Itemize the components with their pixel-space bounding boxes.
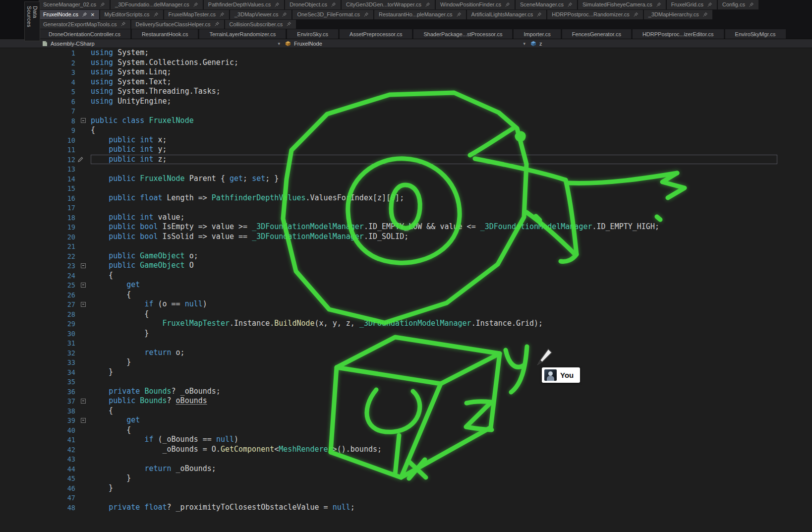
code-line[interactable]: 7 (0, 106, 812, 116)
editor-tab[interactable]: FencesGenerator.cs (562, 29, 632, 39)
code-line[interactable]: 14 public FruxelNode Parent { get; set; … (0, 174, 812, 184)
pin-icon[interactable] (100, 2, 105, 7)
line-number[interactable]: 9 (0, 125, 75, 135)
pin-icon[interactable] (633, 12, 638, 17)
code-line[interactable]: 35 (0, 377, 812, 387)
line-number[interactable]: 26 (0, 290, 75, 300)
pin-icon[interactable] (193, 2, 198, 7)
pin-icon[interactable] (656, 2, 661, 7)
line-number[interactable]: 40 (0, 425, 75, 435)
code-line[interactable]: 4using System.Text; (0, 77, 812, 87)
code-line[interactable]: 18 public int value; (0, 213, 812, 223)
chevron-down-icon[interactable]: ▾ (278, 41, 280, 46)
code-line[interactable]: 6using UnityEngine; (0, 97, 812, 107)
code-line[interactable]: 34 } (0, 367, 812, 377)
editor-tab[interactable]: FruxelGrid.cs (667, 0, 717, 9)
code-line[interactable]: 10 public int x; (0, 135, 812, 145)
editor-tab[interactable]: FruxelMapTester.cs (164, 10, 229, 19)
line-number[interactable]: 43 (0, 454, 75, 464)
line-number[interactable]: 31 (0, 338, 75, 348)
code-line[interactable]: 8public class FruxelNode (0, 116, 812, 126)
line-number[interactable]: 1 (0, 48, 75, 58)
code-line[interactable]: 47 (0, 493, 812, 503)
code-line[interactable]: 41 if (_oBounds == null) (0, 435, 812, 445)
pin-icon[interactable] (707, 2, 712, 7)
editor-tab[interactable]: RestaurantHo...pleManager.cs (374, 10, 466, 19)
code-line[interactable]: 5using System.Threading.Tasks; (0, 87, 812, 97)
line-number[interactable]: 22 (0, 251, 75, 261)
code-line[interactable]: 33 } (0, 357, 812, 367)
editor-tab[interactable]: RestaurantHook.cs (132, 29, 199, 39)
line-number[interactable]: 38 (0, 406, 75, 416)
pin-icon[interactable] (286, 21, 291, 27)
code-line[interactable]: 37 public Bounds? oBounds (0, 396, 812, 406)
line-number[interactable]: 16 (0, 193, 75, 203)
editor-tab[interactable]: SceneManager.cs (516, 0, 577, 9)
fold-marker-icon[interactable] (81, 118, 86, 123)
line-number[interactable]: 4 (0, 77, 75, 87)
fold-marker-icon[interactable] (81, 263, 86, 268)
editor-tab[interactable]: _3DMapHierarchy.cs (644, 10, 712, 19)
line-number[interactable]: 7 (0, 106, 75, 116)
editor-tab[interactable]: TerrainLayerRandomizer.cs (199, 29, 286, 39)
pin-icon[interactable] (214, 21, 220, 27)
line-number[interactable]: 33 (0, 357, 75, 367)
line-number[interactable]: 29 (0, 319, 75, 329)
code-line[interactable]: 11 public int y; (0, 145, 812, 155)
editor-tab[interactable]: HDRPPostproc...Randomizer.cs (547, 10, 643, 19)
code-line[interactable]: 12 public int z; (0, 155, 812, 165)
editor-tab[interactable]: DroneObject.cs (285, 0, 341, 9)
editor-tab[interactable]: EnviroSky.cs (287, 29, 339, 39)
editor-tab[interactable]: SceneManager_02.cs (39, 0, 110, 9)
line-number[interactable]: 11 (0, 145, 75, 155)
line-number[interactable]: 32 (0, 348, 75, 358)
line-number[interactable]: 13 (0, 164, 75, 174)
line-number[interactable]: 39 (0, 415, 75, 425)
code-line[interactable]: 24 { (0, 271, 812, 281)
code-line[interactable]: 46 } (0, 483, 812, 493)
pin-icon[interactable] (363, 12, 369, 17)
editor-tab[interactable]: Importer.cs (514, 29, 561, 39)
code-line[interactable]: 45 } (0, 473, 812, 483)
editor-tab[interactable]: PathfinderDepthValues.cs (204, 0, 284, 9)
editor-tab[interactable]: FruxelNode.cs× (39, 10, 99, 19)
line-number[interactable]: 27 (0, 299, 75, 309)
code-line[interactable]: 25 get (0, 280, 812, 290)
code-editor[interactable]: 1using System;2using System.Collections.… (0, 48, 812, 532)
line-number[interactable]: 47 (0, 493, 75, 503)
line-number[interactable]: 37 (0, 396, 75, 406)
code-line[interactable]: 2using System.Collections.Generic; (0, 58, 812, 68)
editor-tab[interactable]: Config.cs (718, 0, 758, 9)
code-line[interactable]: 9{ (0, 125, 812, 135)
code-line[interactable]: 43 (0, 454, 812, 464)
member-dropdown[interactable]: z (528, 39, 812, 48)
line-number[interactable]: 25 (0, 280, 75, 290)
pin-icon[interactable] (82, 12, 87, 17)
line-number[interactable]: 42 (0, 445, 75, 455)
code-line[interactable]: 42 _oBounds = O.GetComponent<MeshRendere… (0, 445, 812, 455)
code-line[interactable]: 1using System; (0, 48, 812, 58)
pin-icon[interactable] (536, 12, 542, 17)
code-line[interactable]: 40 { (0, 425, 812, 435)
line-number[interactable]: 34 (0, 367, 75, 377)
pin-icon[interactable] (120, 21, 126, 27)
pin-icon[interactable] (749, 2, 754, 7)
editor-tab[interactable]: ShaderPackage...stProcessor.cs (413, 29, 513, 39)
editor-tab[interactable]: ArtificialLightsManager.cs (467, 10, 547, 19)
editor-tab[interactable]: OneSec3D_FileFormat.cs (292, 10, 373, 19)
code-line[interactable]: 31 (0, 338, 812, 348)
pin-icon[interactable] (274, 2, 280, 7)
code-line[interactable]: 16 public float Length => PathfinderDept… (0, 193, 812, 203)
code-line[interactable]: 30 } (0, 329, 812, 339)
pin-icon[interactable] (219, 12, 225, 17)
code-line[interactable]: 19 public bool IsEmpty => value >= _3DFo… (0, 222, 812, 232)
line-number[interactable]: 8 (0, 116, 75, 126)
editor-tab[interactable]: AssetPreprocessor.cs (340, 29, 412, 39)
code-line[interactable]: 15 (0, 183, 812, 193)
line-number[interactable]: 20 (0, 232, 75, 242)
code-line[interactable]: 3using System.Linq; (0, 67, 812, 77)
pin-icon[interactable] (702, 12, 708, 17)
editor-tab[interactable]: DroneOrientationController.cs (39, 29, 131, 39)
line-number[interactable]: 2 (0, 58, 75, 68)
line-number[interactable]: 14 (0, 174, 75, 184)
